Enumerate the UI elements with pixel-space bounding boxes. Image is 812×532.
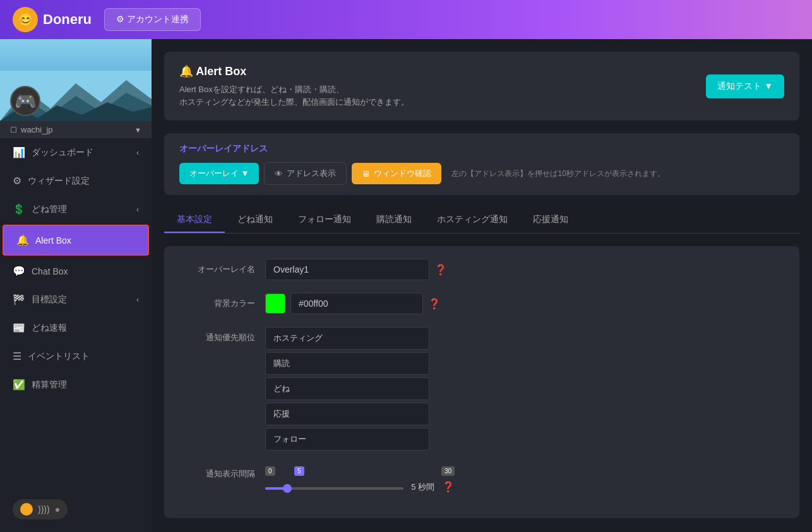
notify-test-button[interactable]: 通知テスト ▼: [706, 74, 784, 98]
settings-tabs: 基本設定 どね通知 フォロー通知 購読通知 ホスティング通知 応援通知: [164, 208, 799, 233]
interval-row: 通知表示間隔 0 5 30 5 秒間: [179, 463, 784, 493]
slider-container: 0 5 30 5 秒間 ❓: [265, 463, 455, 493]
slider-max-label: 30: [441, 466, 455, 476]
slider-track[interactable]: [265, 487, 403, 490]
sidebar-item-dashboard[interactable]: 📊 ダッシュボード ‹: [0, 138, 152, 167]
username-label: wachi_jp: [21, 125, 53, 134]
tab-subscribe[interactable]: 購読通知: [364, 208, 424, 233]
content-area: 🔔 Alert Box Alert Boxを設定すれば、どね・購読・購読、 ホス…: [152, 39, 812, 532]
description-line2: ホスティングなどが発生した際、配信画面に通知ができます。: [179, 96, 409, 109]
sidebar-item-done-news[interactable]: 📰 どね速報: [0, 314, 152, 342]
overlay-button[interactable]: オーバーレイ ▼: [179, 163, 259, 184]
toggle-indicator: ●: [55, 504, 60, 514]
alert-box-header-left: 🔔 Alert Box Alert Boxを設定すれば、どね・購読・購読、 ホス…: [179, 64, 409, 108]
wave-icon: )))): [38, 504, 50, 514]
help-icon-interval: ❓: [442, 481, 455, 493]
sidebar-item-label: 目標設定: [32, 294, 67, 305]
overlay-buttons: オーバーレイ ▼ 👁 アドレス表示 🖥 ウィンドウ確認 左の【アドレス表示】を押…: [179, 162, 784, 185]
chevron-icon: ‹: [136, 148, 139, 157]
tab-basic[interactable]: 基本設定: [164, 208, 225, 233]
avatar: 🎮: [10, 86, 40, 116]
priority-label: 通知優先順位: [179, 327, 255, 343]
eye-icon: 👁: [275, 169, 283, 179]
logo-area: 😊 Doneru: [13, 7, 92, 32]
color-row: ❓: [265, 293, 455, 314]
sidebar-item-accounting[interactable]: ✅ 精算管理: [0, 370, 152, 399]
interval-label: 通知表示間隔: [179, 463, 255, 480]
user-name-bar: ☐ wachi_jp ▼: [0, 121, 152, 138]
chat-icon: 💬: [13, 265, 25, 277]
sidebar-item-event-list[interactable]: ☰ イベントリスト: [0, 342, 152, 370]
overlay-name-input[interactable]: [265, 259, 429, 280]
sidebar-item-label: 精算管理: [32, 379, 67, 391]
window-confirm-button[interactable]: 🖥 ウィンドウ確認: [352, 163, 441, 184]
interval-control: 0 5 30 5 秒間 ❓: [265, 463, 455, 493]
sidebar-item-wizard[interactable]: ⚙ ウィザード設定: [0, 167, 152, 195]
main-layout: 🎮 ☐ wachi_jp ▼ 📊 ダッシュボード ‹ ⚙ ウィザード設定 💲 ど…: [0, 39, 812, 532]
sidebar-item-chat-box[interactable]: 💬 Chat Box: [0, 257, 152, 285]
address-display-button[interactable]: 👁 アドレス表示: [264, 162, 347, 185]
slider-labels: 0 5 30: [265, 463, 455, 478]
overlay-address-section: オーバーレイアドレス オーバーレイ ▼ 👁 アドレス表示 🖥 ウィンドウ確認 左…: [164, 133, 799, 195]
overlay-section-title: オーバーレイアドレス: [179, 143, 784, 155]
help-icon: ❓: [434, 264, 447, 276]
bell-icon: 🔔: [16, 234, 29, 246]
settings-panel: オーバーレイ名 ❓ 背景カラー ❓ 通知優先順: [164, 246, 799, 518]
sidebar-item-alert-box[interactable]: 🔔 Alert Box: [3, 225, 149, 256]
tab-hosting[interactable]: ホスティング通知: [424, 208, 520, 233]
priority-item[interactable]: フォロー: [265, 428, 429, 451]
overlay-hint: 左の【アドレス表示】を押せば10秒アドレスが表示されます。: [451, 168, 664, 179]
overlay-name-label: オーバーレイ名: [179, 259, 255, 275]
goal-icon: 🏁: [13, 293, 25, 305]
overlay-name-row: オーバーレイ名 ❓: [179, 259, 784, 280]
sidebar-item-label: イベントリスト: [28, 351, 90, 362]
sidebar-item-label: どね管理: [32, 204, 67, 215]
color-hex-input[interactable]: [290, 293, 423, 314]
check-icon: ✅: [13, 379, 25, 391]
slider-row: 5 秒間 ❓: [265, 481, 455, 493]
slider-value-display: 5 秒間: [411, 482, 434, 493]
sidebar-item-label: Alert Box: [35, 235, 71, 245]
sidebar-bottom: )))) ●: [0, 487, 152, 532]
tab-support[interactable]: 応援通知: [520, 208, 581, 233]
priority-item[interactable]: ホスティング: [265, 327, 429, 350]
sidebar-item-goal[interactable]: 🏁 目標設定 ‹: [0, 285, 152, 314]
sidebar-item-label: Chat Box: [32, 266, 68, 276]
tab-done[interactable]: どね通知: [225, 208, 285, 233]
slider-min-label: 0: [265, 466, 275, 476]
chevron-icon: ‹: [136, 295, 139, 304]
slider-current-label: 5: [294, 466, 304, 476]
sidebar-item-label: どね速報: [32, 322, 67, 334]
bg-color-row: 背景カラー ❓: [179, 293, 784, 314]
tab-follow[interactable]: フォロー通知: [285, 208, 364, 233]
logo-icon: 😊: [13, 7, 38, 32]
list-icon: ☰: [13, 350, 21, 362]
sidebar-item-done-manage[interactable]: 💲 どね管理 ‹: [0, 195, 152, 223]
priority-list: ホスティング 購読 どね 応援 フォロー: [265, 327, 429, 451]
gear-icon: ⚙: [13, 175, 21, 187]
header: 😊 Doneru ⚙ アカウント連携: [0, 0, 812, 39]
priority-item[interactable]: 購読: [265, 352, 429, 375]
user-banner: 🎮: [0, 39, 152, 121]
priority-item[interactable]: 応援: [265, 403, 429, 425]
bg-color-label: 背景カラー: [179, 293, 255, 309]
bg-color-control: ❓: [265, 293, 455, 314]
priority-item[interactable]: どね: [265, 377, 429, 400]
speaker-toggle[interactable]: )))) ●: [13, 499, 68, 519]
dollar-icon: 💲: [13, 203, 25, 215]
news-icon: 📰: [13, 322, 25, 334]
chevron-icon: ‹: [136, 205, 139, 214]
page-title: 🔔 Alert Box: [179, 64, 409, 78]
color-swatch[interactable]: [265, 293, 285, 314]
overlay-name-control: ❓: [265, 259, 455, 280]
sidebar: 🎮 ☐ wachi_jp ▼ 📊 ダッシュボード ‹ ⚙ ウィザード設定 💲 ど…: [0, 39, 152, 532]
priority-row: 通知優先順位 ホスティング 購読 どね 応援 フォロー: [179, 327, 784, 451]
toggle-dot: [20, 503, 33, 516]
description-line1: Alert Boxを設定すれば、どね・購読・購読、: [179, 83, 409, 96]
account-link-button[interactable]: ⚙ アカウント連携: [104, 8, 201, 31]
sidebar-item-label: ウィザード設定: [28, 175, 90, 187]
slider-thumb[interactable]: [283, 484, 292, 493]
sidebar-item-label: ダッシュボード: [32, 147, 93, 158]
help-icon-color: ❓: [428, 298, 441, 310]
logo-text: Doneru: [43, 11, 92, 28]
